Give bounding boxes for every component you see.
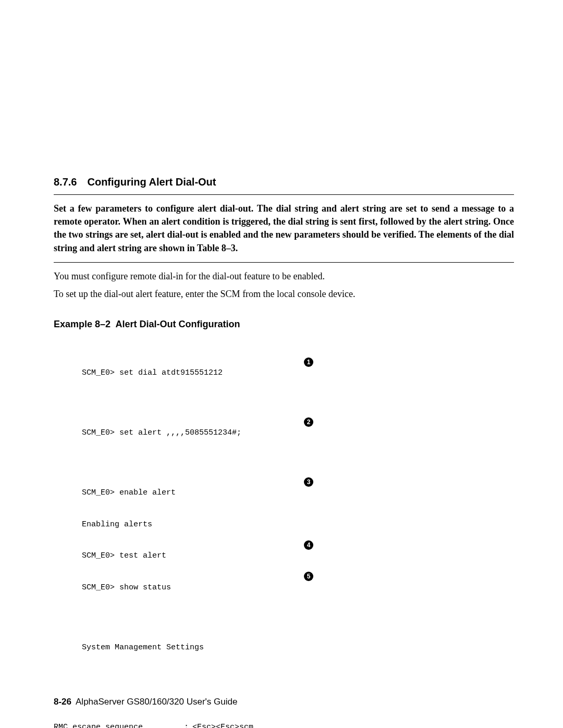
terminal-line: System Management Settings bbox=[54, 632, 514, 642]
status-row: RMC escape sequence:<Esc><Esc>scm bbox=[54, 722, 514, 728]
section-number: 8.7.6 bbox=[54, 176, 77, 188]
terminal-text: SCM_E0> test alert bbox=[82, 551, 166, 560]
page-footer: 8-26AlphaServer GS80/160/320 User's Guid… bbox=[54, 697, 237, 707]
terminal-line: SCM_E0> set dial atdt915551212 1 bbox=[54, 357, 514, 368]
page-number: 8-26 bbox=[54, 697, 71, 707]
divider-top bbox=[54, 194, 514, 195]
status-label: RMC escape sequence bbox=[54, 722, 184, 728]
terminal-line: SCM_E0> enable alert 3 bbox=[54, 477, 514, 488]
example-title: Alert Dial-Out Configuration bbox=[115, 319, 240, 329]
intro-paragraph: Set a few parameters to configure alert … bbox=[54, 202, 514, 255]
terminal-text: Enabling alerts bbox=[82, 520, 152, 529]
status-value: <Esc><Esc>scm bbox=[192, 722, 514, 728]
terminal-line: SCM_E0> set alert ,,,,5085551234#; 2 bbox=[54, 417, 514, 428]
terminal-line: Enabling alerts bbox=[54, 509, 514, 519]
example-heading: Example 8–2 Alert Dial-Out Configuration bbox=[54, 319, 514, 330]
section-heading: 8.7.6Configuring Alert Dial-Out bbox=[54, 176, 514, 188]
divider-bottom bbox=[54, 262, 514, 263]
terminal-line: SCM_E0> test alert 4 bbox=[54, 540, 514, 551]
callout-1: 1 bbox=[304, 357, 313, 367]
status-colon: : bbox=[184, 722, 192, 728]
terminal-text: SCM_E0> show status bbox=[82, 583, 171, 592]
document-page: 8.7.6Configuring Alert Dial-Out Set a fe… bbox=[0, 0, 563, 728]
terminal-text: System Management Settings bbox=[82, 643, 204, 652]
callout-5: 5 bbox=[304, 572, 313, 581]
terminal-block: SCM_E0> set dial atdt915551212 1 SCM_E0>… bbox=[54, 336, 514, 728]
callout-3: 3 bbox=[304, 477, 313, 487]
footer-title: AlphaServer GS80/160/320 User's Guide bbox=[76, 697, 237, 707]
terminal-text: SCM_E0> set alert ,,,,5085551234#; bbox=[82, 428, 241, 437]
terminal-text: SCM_E0> enable alert bbox=[82, 488, 176, 497]
callout-2: 2 bbox=[304, 417, 313, 427]
callout-4: 4 bbox=[304, 540, 313, 550]
example-label: Example 8–2 bbox=[54, 319, 111, 329]
terminal-text: SCM_E0> set dial atdt915551212 bbox=[82, 368, 223, 377]
terminal-line: SCM_E0> show status 5 bbox=[54, 572, 514, 582]
section-title: Configuring Alert Dial-Out bbox=[87, 176, 216, 188]
body-paragraph-2: To set up the dial-out alert feature, en… bbox=[54, 288, 514, 300]
body-paragraph-1: You must configure remote dial-in for th… bbox=[54, 270, 514, 282]
